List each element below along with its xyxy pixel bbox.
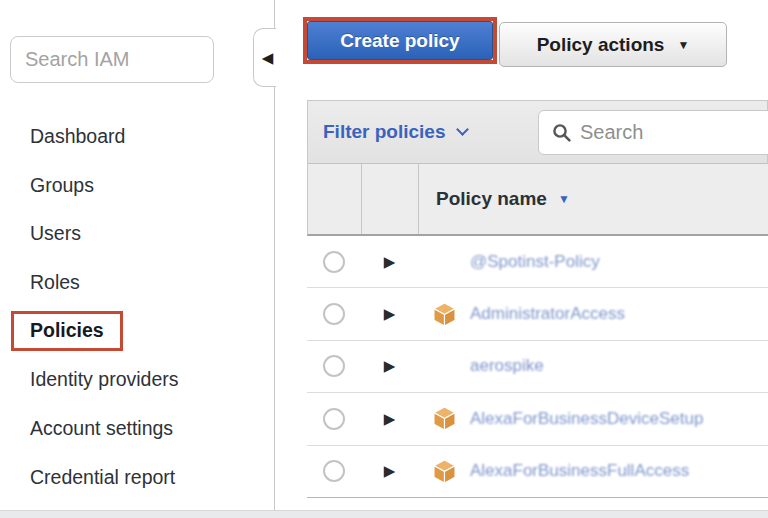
sidebar-item-account-settings[interactable]: Account settings (0, 404, 255, 453)
policy-name-link[interactable]: AdministratorAccess (470, 304, 625, 324)
table-header: Policy name ▼ (307, 164, 768, 236)
policy-name-column-label: Policy name (436, 188, 547, 210)
sidebar-item-policies[interactable]: Policies (0, 307, 255, 356)
policy-name-link[interactable]: aerospike (470, 356, 544, 376)
filter-policies-dropdown[interactable]: Filter policies (323, 121, 445, 143)
sidebar-item-label: Roles (30, 271, 80, 294)
table-row: ▶ AlexaForBusinessFullAccess (307, 446, 768, 498)
radio-select-policy[interactable] (323, 408, 345, 430)
policy-name-link[interactable]: AlexaForBusinessFullAccess (470, 461, 689, 481)
create-policy-highlight-box: Create policy (303, 17, 497, 64)
policy-name-link[interactable]: @Spotinst-Policy (470, 252, 600, 272)
radio-select-policy[interactable] (323, 251, 345, 273)
header-expand-column (362, 164, 419, 234)
sidebar-item-dashboard[interactable]: Dashboard (0, 112, 255, 161)
expand-row-icon[interactable]: ▶ (384, 357, 396, 375)
table-row: ▶ @Spotinst-Policy (307, 236, 768, 288)
sidebar-item-label: Policies (11, 311, 123, 351)
aws-managed-cube-icon (433, 459, 470, 484)
collapse-sidebar-button[interactable]: ◀ (253, 28, 276, 87)
radio-select-policy[interactable] (323, 460, 345, 482)
policy-search-box[interactable] (538, 110, 768, 155)
sidebar-item-credential-report[interactable]: Credential report (0, 453, 255, 502)
header-policy-name[interactable]: Policy name ▼ (419, 164, 768, 234)
expand-row-icon[interactable]: ▶ (384, 462, 396, 480)
sidebar-item-label: Groups (30, 174, 94, 197)
filter-bar: Filter policies (307, 100, 768, 164)
chevron-down-icon: ▼ (677, 38, 689, 52)
sidebar-item-identity-providers[interactable]: Identity providers (0, 355, 255, 404)
chevron-down-icon[interactable] (457, 123, 470, 136)
iam-console-policies-page: Dashboard Groups Users Roles Policies Id… (0, 0, 768, 518)
table-row: ▶ aerospike (307, 341, 768, 393)
sidebar-item-label: Credential report (30, 466, 175, 489)
radio-select-policy[interactable] (323, 303, 345, 325)
collapse-arrow-icon: ◀ (262, 49, 274, 67)
table-row: ▶ AlexaForBusinessDeviceSetup (307, 393, 768, 445)
expand-row-icon[interactable]: ▶ (384, 253, 396, 271)
policies-table: Filter policies Policy name ▼ ▶ (307, 100, 768, 500)
sidebar-item-groups[interactable]: Groups (0, 161, 255, 210)
policy-actions-button[interactable]: Policy actions ▼ (499, 22, 727, 67)
sidebar-item-label: Users (30, 222, 81, 245)
aws-managed-cube-icon (433, 406, 470, 431)
search-iam-input[interactable] (10, 36, 214, 83)
sidebar-item-roles[interactable]: Roles (0, 258, 255, 307)
sidebar-item-label: Dashboard (30, 125, 125, 148)
expand-row-icon[interactable]: ▶ (384, 305, 396, 323)
sidebar-nav: Dashboard Groups Users Roles Policies Id… (0, 112, 255, 502)
table-row: ▶ AdministratorAccess (307, 288, 768, 340)
sort-descending-icon: ▼ (558, 192, 570, 206)
sidebar-item-users[interactable]: Users (0, 209, 255, 258)
policy-actions-label: Policy actions (537, 34, 665, 56)
sidebar-item-label: Identity providers (30, 368, 179, 391)
aws-managed-cube-icon (433, 302, 470, 327)
window-bottom-edge (0, 510, 768, 518)
expand-row-icon[interactable]: ▶ (384, 410, 396, 428)
header-select-column (308, 164, 362, 234)
sidebar-item-label: Account settings (30, 417, 173, 440)
policy-name-link[interactable]: AlexaForBusinessDeviceSetup (470, 409, 703, 429)
search-icon (552, 123, 572, 143)
policy-search-input[interactable] (580, 121, 740, 144)
radio-select-policy[interactable] (323, 355, 345, 377)
create-policy-button[interactable]: Create policy (307, 21, 493, 60)
